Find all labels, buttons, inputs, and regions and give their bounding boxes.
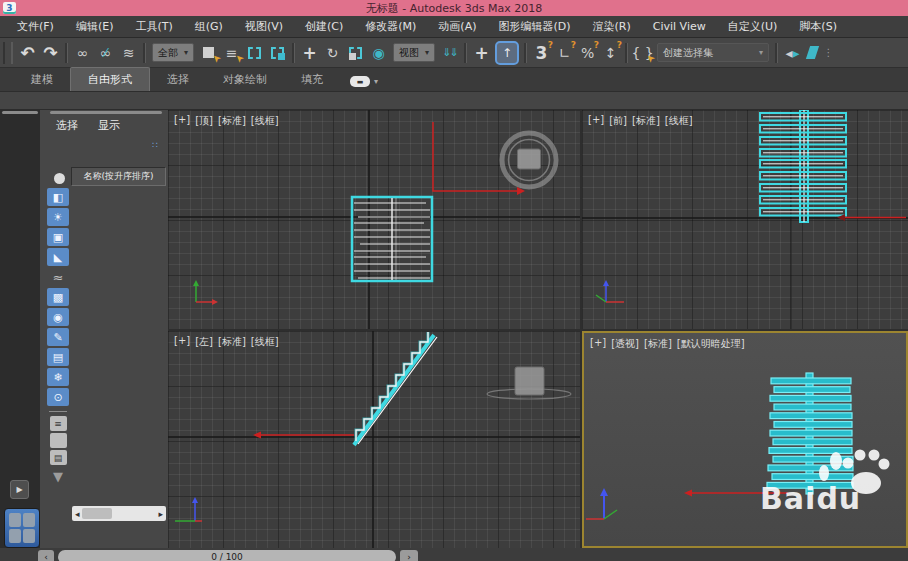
menu-item-customize[interactable]: 自定义(U) bbox=[717, 19, 789, 34]
menu-item-modifiers[interactable]: 修改器(M) bbox=[354, 19, 427, 34]
previous-frame-button[interactable]: ‹ bbox=[38, 550, 54, 561]
scroll-thumb[interactable] bbox=[82, 508, 112, 519]
select-and-scale-icon[interactable] bbox=[344, 41, 367, 65]
tab-selection[interactable]: 选择 bbox=[150, 68, 206, 91]
chevron-down-icon: ▾ bbox=[425, 48, 429, 57]
blank-tool-icon[interactable] bbox=[50, 433, 67, 448]
display-lights-icon[interactable]: ☀ bbox=[47, 208, 69, 226]
window-crossing-toggle-icon[interactable] bbox=[266, 41, 289, 65]
explorer-tab-select[interactable]: 选择 bbox=[56, 118, 78, 133]
expand-panel-button[interactable]: ▶ bbox=[10, 480, 29, 499]
angle-snap-toggle-icon[interactable]: ∟ ? bbox=[553, 41, 576, 65]
viewport-standard-label[interactable]: [标准] bbox=[632, 114, 660, 128]
viewport-shading-label[interactable]: [线框] bbox=[251, 114, 279, 128]
select-and-place-icon[interactable]: ◉ bbox=[367, 41, 390, 65]
viewport-standard-label[interactable]: [标准] bbox=[644, 337, 672, 351]
viewport-menu-button[interactable]: [+] bbox=[174, 335, 190, 349]
explorer-tab-display[interactable]: 显示 bbox=[98, 118, 120, 133]
use-pivot-center-icon[interactable]: ⇓⇓ bbox=[438, 41, 461, 65]
viewport-top[interactable]: [+] [顶] [标准] [线框] bbox=[168, 110, 580, 329]
tab-modeling[interactable]: 建模 bbox=[14, 68, 70, 91]
display-cameras-icon[interactable]: ▣ bbox=[47, 228, 69, 246]
viewport-name-label[interactable]: [顶] bbox=[195, 114, 213, 128]
menu-item-graph-editors[interactable]: 图形编辑器(D) bbox=[487, 19, 581, 34]
viewport-standard-label[interactable]: [标准] bbox=[218, 114, 246, 128]
snap-toggle-3d-icon[interactable]: 3 ? bbox=[530, 41, 553, 65]
filter-funnel-icon[interactable]: ▼ bbox=[47, 467, 69, 485]
display-space-warps-icon[interactable]: ≈ bbox=[47, 268, 69, 286]
reference-coordinate-dropdown[interactable]: 视图 ▾ bbox=[393, 43, 435, 62]
menu-item-civil-view[interactable]: Civil View bbox=[642, 20, 717, 33]
viewport-menu-button[interactable]: [+] bbox=[174, 114, 190, 128]
viewport-name-label[interactable]: [前] bbox=[609, 114, 627, 128]
ribbon-display-toggle[interactable]: ▬ ▾ bbox=[350, 76, 378, 87]
percent-snap-toggle-icon[interactable]: % ? bbox=[576, 41, 599, 65]
viewport-name-label[interactable]: [透视] bbox=[611, 337, 639, 351]
menu-item-group[interactable]: 组(G) bbox=[184, 19, 234, 34]
display-groups-icon[interactable]: ▩ bbox=[47, 288, 69, 306]
spinner-snap-toggle-icon[interactable]: ↕ ? bbox=[599, 41, 622, 65]
panel-drag-handle[interactable] bbox=[2, 111, 38, 114]
scroll-right-arrow[interactable]: ▸ bbox=[158, 509, 163, 519]
menu-item-tools[interactable]: 工具(T) bbox=[124, 19, 183, 34]
select-object-icon[interactable]: ➤ bbox=[197, 41, 220, 65]
tab-freeform[interactable]: 自由形式 bbox=[70, 67, 150, 91]
display-containers-icon[interactable]: ▤ bbox=[47, 348, 69, 366]
menu-item-create[interactable]: 创建(C) bbox=[294, 19, 354, 34]
next-frame-button[interactable]: › bbox=[400, 550, 418, 561]
select-all-radio[interactable] bbox=[54, 173, 65, 184]
viewport-menu-button[interactable]: [+] bbox=[590, 337, 606, 351]
scroll-left-arrow[interactable]: ◂ bbox=[75, 509, 80, 519]
display-geometry-icon[interactable]: ◧ bbox=[47, 188, 69, 206]
tab-populate[interactable]: 填充 bbox=[284, 68, 340, 91]
viewport-shading-label[interactable]: [默认明暗处理] bbox=[677, 337, 745, 351]
named-selection-sets-dropdown[interactable]: 创建选择集 ▾ bbox=[657, 43, 769, 62]
viewport-perspective[interactable]: [+] [透视] [标准] [默认明暗处理] bbox=[582, 331, 908, 548]
toolbar-overflow-icon[interactable]: ⋮ bbox=[817, 41, 840, 65]
selection-filter-dropdown[interactable]: 全部 ▾ bbox=[152, 43, 194, 62]
unlink-selection-icon[interactable]: ∞ ⁄ bbox=[94, 41, 117, 65]
select-and-move-icon[interactable]: + bbox=[298, 41, 321, 65]
keyboard-override-toggle[interactable]: ↑ bbox=[495, 41, 519, 65]
horizontal-scrollbar[interactable]: ◂ ▸ bbox=[72, 506, 166, 521]
select-by-name-icon[interactable]: ≡ ➤ bbox=[220, 41, 243, 65]
viewport-shading-label[interactable]: [线框] bbox=[665, 114, 693, 128]
display-helpers-icon[interactable]: ◣ bbox=[47, 248, 69, 266]
select-and-rotate-icon[interactable]: ↻ bbox=[321, 41, 344, 65]
display-bones-icon[interactable]: ✎ bbox=[47, 328, 69, 346]
menu-item-edit[interactable]: 编辑(E) bbox=[65, 19, 125, 34]
tab-object-paint[interactable]: 对象绘制 bbox=[206, 68, 284, 91]
toolbar-grip[interactable] bbox=[3, 42, 13, 64]
mirror-icon[interactable]: ◂ ▸ bbox=[781, 41, 804, 65]
menu-item-animation[interactable]: 动画(A) bbox=[427, 19, 487, 34]
viewport-left[interactable]: [+] [左] [标准] [线框] bbox=[168, 331, 580, 548]
menu-item-rendering[interactable]: 渲染(R) bbox=[582, 19, 642, 34]
select-and-manipulate-icon[interactable]: + bbox=[470, 41, 493, 65]
menu-item-views[interactable]: 视图(V) bbox=[234, 19, 294, 34]
panel-drag-handle[interactable] bbox=[50, 111, 162, 114]
viewport-standard-label[interactable]: [标准] bbox=[218, 335, 246, 349]
bind-to-space-warp-icon[interactable]: ≋ bbox=[117, 41, 140, 65]
display-visibility-icon[interactable]: ⊙ bbox=[47, 388, 69, 406]
menu-item-file[interactable]: 文件(F) bbox=[6, 19, 65, 34]
panel-scroll-indicator[interactable]: ∷ bbox=[152, 140, 158, 150]
viewport-name-label[interactable]: [左] bbox=[195, 335, 213, 349]
select-and-link-icon[interactable]: ∞ bbox=[71, 41, 94, 65]
display-biped-icon[interactable]: ❄ bbox=[47, 368, 69, 386]
redo-icon[interactable]: ↷ bbox=[39, 41, 62, 65]
menu-item-scripting[interactable]: 脚本(S) bbox=[788, 19, 848, 34]
list-view-icon[interactable]: ≡ bbox=[50, 416, 67, 431]
viewcube-compass-top bbox=[502, 133, 556, 187]
detail-view-icon[interactable]: ▤ bbox=[50, 450, 67, 465]
viewport-menu-button[interactable]: [+] bbox=[588, 114, 604, 128]
viewport-shading-label[interactable]: [线框] bbox=[251, 335, 279, 349]
toolbar-separator bbox=[292, 43, 295, 63]
edit-named-selection-sets-icon[interactable]: { } ➤ bbox=[631, 41, 654, 65]
time-slider[interactable]: 0 / 100 bbox=[58, 550, 396, 561]
undo-icon[interactable]: ↶ bbox=[16, 41, 39, 65]
display-xrefs-icon[interactable]: ◉ bbox=[47, 308, 69, 326]
rectangular-selection-region-icon[interactable] bbox=[243, 41, 266, 65]
name-column-header[interactable]: 名称(按升序排序) bbox=[71, 167, 166, 186]
viewport-layout-tab[interactable] bbox=[4, 508, 40, 548]
viewport-front[interactable]: [+] [前] [标准] [线框] bbox=[582, 110, 908, 329]
